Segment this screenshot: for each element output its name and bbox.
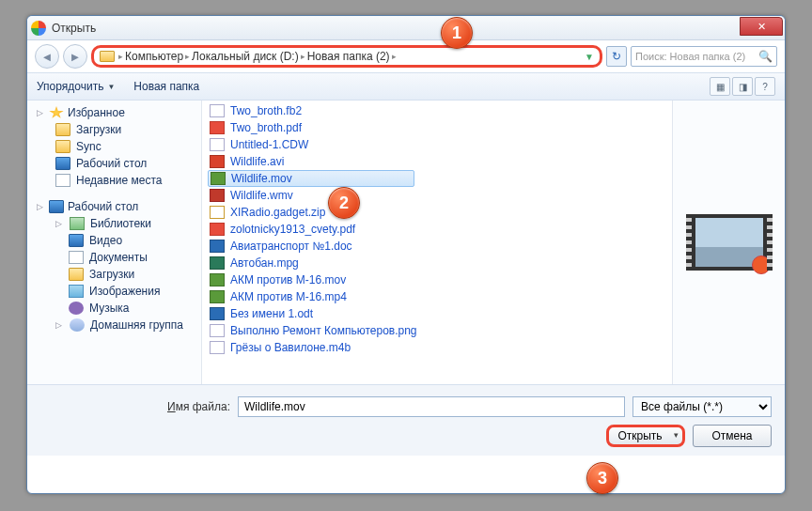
file-name: Two_broth.fb2 bbox=[230, 104, 302, 117]
filename-input[interactable] bbox=[238, 396, 625, 417]
sidebar-item-sync[interactable]: Sync bbox=[27, 138, 201, 155]
file-row[interactable]: XIRadio.gadget.zip bbox=[202, 204, 672, 221]
app-badge-icon bbox=[752, 256, 771, 274]
dialog-title: Открыть bbox=[52, 22, 96, 35]
sidebar-item-downloads2[interactable]: Загрузки bbox=[27, 266, 201, 283]
file-row[interactable]: Выполню Ремонт Компьютеров.png bbox=[202, 322, 672, 339]
address-bar[interactable]: ▸ Компьютер ▸ Локальный диск (D:) ▸ Нова… bbox=[91, 45, 602, 68]
sidebar-item-recent[interactable]: Недавние места bbox=[27, 172, 201, 189]
file-name: Wildlife.wmv bbox=[230, 189, 293, 202]
chevron-down-icon[interactable]: ▼ bbox=[585, 52, 594, 62]
pdf-file-icon bbox=[210, 223, 225, 236]
zip-file-icon bbox=[210, 206, 225, 219]
video-thumbnail bbox=[686, 214, 773, 271]
file-name: XIRadio.gadget.zip bbox=[230, 206, 325, 219]
organize-button[interactable]: Упорядочить ▼ bbox=[37, 80, 115, 93]
sidebar-libraries[interactable]: ▷Библиотеки bbox=[27, 215, 201, 232]
callout-1: 1 bbox=[441, 17, 473, 49]
open-dialog: Открыть ✕ ◄ ► ▸ Компьютер ▸ Локальный ди… bbox=[26, 15, 786, 494]
file-name: Авиатранспорт №1.doc bbox=[230, 240, 352, 253]
breadcrumb[interactable]: Новая папка (2) bbox=[307, 50, 390, 63]
file-row[interactable]: Без имени 1.odt bbox=[202, 305, 672, 322]
mov-file-icon bbox=[211, 172, 226, 185]
chevron-down-icon: ▼ bbox=[107, 83, 115, 91]
file-name: zolotnicky1913_cvety.pdf bbox=[230, 223, 355, 236]
file-row[interactable]: Wildlife.avi bbox=[202, 153, 672, 170]
open-button[interactable]: Открыть bbox=[606, 425, 685, 447]
new-folder-button[interactable]: Новая папка bbox=[133, 80, 199, 93]
sidebar-item-documents[interactable]: Документы bbox=[27, 249, 201, 266]
file-row[interactable]: Untitled-1.CDW bbox=[202, 136, 672, 153]
sidebar-item-video[interactable]: Видео bbox=[27, 232, 201, 249]
sidebar-item-downloads[interactable]: Загрузки bbox=[27, 121, 201, 138]
file-row[interactable]: Two_broth.fb2 bbox=[202, 102, 672, 119]
sidebar-homegroup[interactable]: ▷Домашняя группа bbox=[27, 317, 201, 333]
file-list[interactable]: Two_broth.fb2Two_broth.pdfUntitled-1.CDW… bbox=[202, 101, 672, 384]
sidebar-item-desktop[interactable]: Рабочий стол bbox=[27, 155, 201, 172]
cdw-file-icon bbox=[210, 138, 225, 151]
pdf-file-icon bbox=[210, 121, 225, 134]
help-button[interactable]: ? bbox=[755, 77, 775, 96]
preview-pane bbox=[672, 101, 785, 384]
avi-file-icon bbox=[210, 155, 225, 168]
back-button[interactable]: ◄ bbox=[35, 44, 59, 69]
search-placeholder: Поиск: Новая папка (2) bbox=[635, 51, 745, 62]
refresh-button[interactable]: ↻ bbox=[606, 46, 627, 67]
callout-3: 3 bbox=[586, 462, 618, 494]
file-name: Грёзы о Вавилоне.m4b bbox=[230, 341, 351, 354]
nav-row: ◄ ► ▸ Компьютер ▸ Локальный диск (D:) ▸ … bbox=[27, 40, 785, 72]
view-mode-button[interactable]: ▦ bbox=[710, 77, 730, 96]
fb2-file-icon bbox=[210, 104, 225, 117]
callout-2: 2 bbox=[328, 187, 360, 219]
chrome-icon bbox=[31, 21, 46, 36]
file-row[interactable]: АКМ против М-16.mp4 bbox=[202, 288, 672, 305]
breadcrumb[interactable]: Компьютер bbox=[125, 50, 183, 63]
preview-pane-button[interactable]: ◨ bbox=[732, 77, 753, 96]
folder-icon bbox=[100, 51, 115, 62]
odt-file-icon bbox=[210, 307, 225, 320]
file-row[interactable]: Wildlife.mov bbox=[208, 170, 414, 187]
file-name: Wildlife.mov bbox=[231, 172, 292, 185]
search-input[interactable]: Поиск: Новая папка (2) 🔍 bbox=[631, 46, 777, 67]
search-icon: 🔍 bbox=[758, 50, 773, 63]
file-name: Без имени 1.odt bbox=[230, 307, 313, 320]
cancel-button[interactable]: Отмена bbox=[693, 425, 772, 447]
sidebar-item-music[interactable]: Музыка bbox=[27, 300, 201, 317]
doc-file-icon bbox=[210, 240, 225, 253]
m4b-file-icon bbox=[210, 341, 225, 354]
file-name: Выполню Ремонт Компьютеров.png bbox=[230, 324, 417, 337]
file-name: АКМ против М-16.mov bbox=[230, 273, 346, 286]
sidebar-desktop[interactable]: ▷Рабочий стол bbox=[27, 198, 201, 215]
sidebar-favorites[interactable]: ▷Избранное bbox=[27, 104, 201, 121]
file-row[interactable]: zolotnicky1913_cvety.pdf bbox=[202, 221, 672, 238]
file-row[interactable]: АКМ против М-16.mov bbox=[202, 271, 672, 288]
forward-button[interactable]: ► bbox=[63, 44, 87, 69]
wmv-file-icon bbox=[210, 189, 225, 202]
png-file-icon bbox=[210, 324, 225, 337]
file-row[interactable]: Авиатранспорт №1.doc bbox=[202, 238, 672, 255]
close-button[interactable]: ✕ bbox=[740, 17, 783, 36]
toolbar: Упорядочить ▼ Новая папка ▦ ◨ ? bbox=[27, 72, 785, 101]
file-name: АКМ против М-16.mp4 bbox=[230, 290, 347, 303]
file-name: Wildlife.avi bbox=[230, 155, 284, 168]
file-row[interactable]: Автобан.mpg bbox=[202, 255, 672, 271]
file-row[interactable]: Wildlife.wmv bbox=[202, 187, 672, 204]
file-name: Untitled-1.CDW bbox=[230, 138, 308, 151]
file-row[interactable]: Two_broth.pdf bbox=[202, 119, 672, 136]
file-row[interactable]: Грёзы о Вавилоне.m4b bbox=[202, 339, 672, 356]
titlebar: Открыть ✕ bbox=[27, 16, 785, 40]
bottom-panel: Имя файла: Все файлы (*.*) Открыть Отмен… bbox=[27, 384, 785, 456]
breadcrumb[interactable]: Локальный диск (D:) bbox=[192, 50, 299, 63]
mpg-file-icon bbox=[210, 256, 225, 270]
sidebar-item-pictures[interactable]: Изображения bbox=[27, 283, 201, 300]
file-name: Two_broth.pdf bbox=[230, 121, 302, 134]
file-name: Автобан.mpg bbox=[230, 256, 299, 270]
file-type-filter[interactable]: Все файлы (*.*) bbox=[632, 396, 772, 417]
mov-file-icon bbox=[210, 273, 225, 286]
filename-label: Имя файла: bbox=[40, 400, 230, 413]
sidebar: ▷Избранное Загрузки Sync Рабочий стол Не… bbox=[27, 101, 202, 384]
mp4-file-icon bbox=[210, 290, 225, 303]
